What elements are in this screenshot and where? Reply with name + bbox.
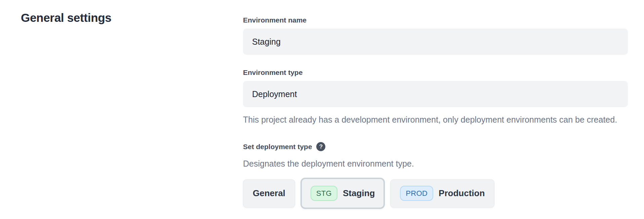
environment-name-input[interactable] [243, 29, 628, 55]
environment-type-field: Environment type This project already ha… [243, 69, 628, 127]
stg-badge: STG [311, 186, 337, 201]
question-mark-icon[interactable]: ? [316, 142, 325, 151]
prod-badge: PROD [400, 186, 433, 201]
deployment-type-option-production[interactable]: PROD Production [390, 179, 494, 208]
deployment-type-option-staging-label: Staging [343, 188, 375, 199]
environment-type-input[interactable] [243, 81, 628, 107]
environment-type-help-text: This project already has a development e… [243, 113, 628, 127]
deployment-type-options: General STG Staging PROD Production [243, 178, 628, 209]
page-title: General settings [21, 11, 111, 25]
deployment-type-option-general-label: General [253, 188, 285, 199]
deployment-type-section: Set deployment type ? Designates the dep… [243, 142, 628, 209]
deployment-type-option-general[interactable]: General [243, 179, 295, 208]
deployment-type-label: Set deployment type [243, 143, 312, 151]
deployment-type-option-production-label: Production [439, 188, 485, 199]
settings-form: Environment name Environment type This p… [243, 16, 628, 209]
environment-name-field: Environment name [243, 16, 628, 55]
environment-name-label: Environment name [243, 16, 628, 24]
environment-type-label: Environment type [243, 69, 628, 77]
deployment-type-label-row: Set deployment type ? [243, 142, 628, 151]
deployment-type-option-staging[interactable]: STG Staging [300, 178, 385, 209]
deployment-type-description: Designates the deployment environment ty… [243, 159, 628, 169]
